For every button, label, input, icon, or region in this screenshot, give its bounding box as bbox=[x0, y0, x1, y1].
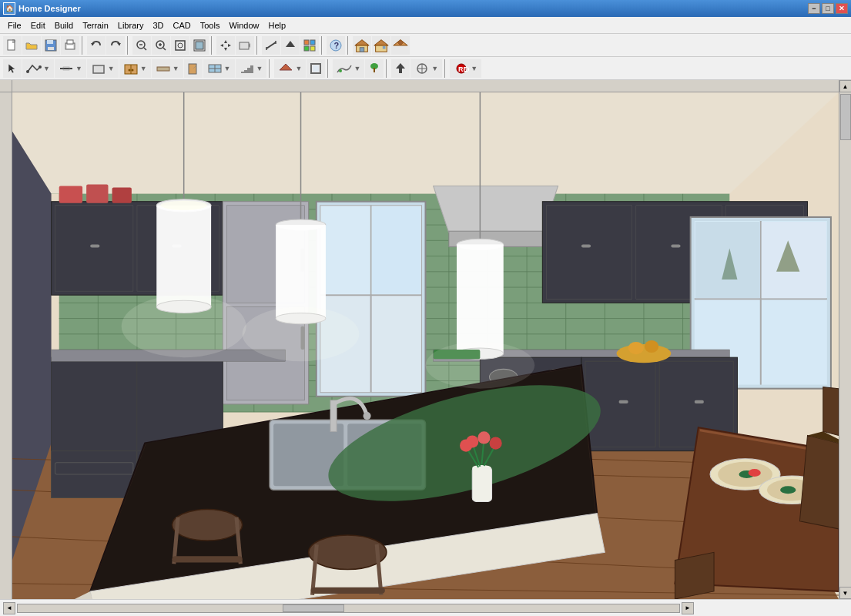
svg-point-52 bbox=[128, 69, 130, 71]
plant-tool[interactable] bbox=[365, 59, 384, 78]
sep2 bbox=[127, 36, 130, 55]
svg-point-173 bbox=[628, 342, 644, 354]
menu-build[interactable]: Build bbox=[50, 19, 78, 32]
svg-point-53 bbox=[131, 69, 133, 71]
close-button[interactable]: ✕ bbox=[836, 3, 848, 14]
draw-line-tool[interactable]: ▼ bbox=[55, 59, 86, 78]
svg-rect-19 bbox=[196, 42, 203, 49]
svg-rect-30 bbox=[304, 40, 309, 45]
menu-window[interactable]: Window bbox=[224, 19, 263, 32]
terrain-tool[interactable]: ▼ bbox=[333, 59, 364, 78]
menu-library[interactable]: Library bbox=[113, 19, 149, 32]
svg-marker-144 bbox=[434, 186, 558, 233]
svg-text:REC: REC bbox=[458, 65, 469, 73]
svg-marker-227 bbox=[823, 387, 839, 436]
select-camera-button[interactable] bbox=[236, 36, 254, 55]
scroll-h-track[interactable] bbox=[17, 604, 680, 613]
svg-rect-31 bbox=[310, 40, 315, 45]
stair-tool[interactable]: ▼ bbox=[236, 59, 267, 78]
draw-polyline-tool[interactable]: ▼ bbox=[22, 59, 54, 78]
up-arrow-button[interactable] bbox=[281, 36, 300, 55]
svg-rect-59 bbox=[241, 72, 244, 73]
zoom-in-button[interactable] bbox=[152, 36, 170, 55]
box-tool[interactable]: ▼ bbox=[87, 59, 119, 78]
svg-marker-109 bbox=[12, 92, 839, 194]
svg-rect-150 bbox=[581, 244, 591, 247]
app-icon: 🏠 bbox=[3, 2, 15, 15]
status-bar: ◄ ► bbox=[0, 599, 851, 616]
svg-rect-62 bbox=[250, 65, 253, 73]
scroll-right-button[interactable]: ► bbox=[682, 602, 694, 614]
transform-tool[interactable]: ▼ bbox=[410, 59, 442, 78]
house-3d-button[interactable] bbox=[372, 36, 390, 55]
undo-button[interactable] bbox=[87, 36, 106, 55]
minimize-button[interactable]: − bbox=[808, 3, 820, 14]
svg-point-17 bbox=[178, 43, 183, 48]
cabinet-tool[interactable]: ▼ bbox=[119, 59, 151, 78]
svg-marker-20 bbox=[224, 40, 227, 43]
svg-rect-6 bbox=[67, 45, 73, 49]
save-button[interactable] bbox=[42, 36, 60, 55]
record-button[interactable]: REC ▼ bbox=[450, 59, 481, 78]
sep5 bbox=[321, 36, 324, 55]
room-tool[interactable] bbox=[307, 59, 325, 78]
svg-line-11 bbox=[144, 48, 146, 50]
roof-tool[interactable]: ▼ bbox=[274, 59, 306, 78]
maximize-button[interactable]: □ bbox=[822, 3, 834, 14]
menu-cad[interactable]: CAD bbox=[168, 19, 195, 32]
wall-tool[interactable]: ▼ bbox=[152, 59, 183, 78]
svg-rect-198 bbox=[472, 467, 491, 502]
materials-button[interactable] bbox=[300, 36, 319, 55]
zoom-window-button[interactable] bbox=[171, 36, 189, 55]
svg-marker-228 bbox=[675, 552, 714, 599]
window-tool[interactable]: ▼ bbox=[203, 59, 235, 78]
open-button[interactable] bbox=[22, 36, 41, 55]
scroll-v-track[interactable] bbox=[839, 92, 851, 587]
menu-3d[interactable]: 3D bbox=[148, 19, 168, 32]
canvas-area[interactable] bbox=[12, 80, 839, 599]
house-top-button[interactable] bbox=[391, 36, 410, 55]
ruler-left bbox=[0, 80, 12, 599]
svg-point-199 bbox=[472, 465, 491, 471]
svg-marker-63 bbox=[280, 64, 292, 70]
toolbar-row-2: ▼ ▼ ▼ ▼ ▼ ▼ ▼ ▼ ▼ bbox=[0, 57, 851, 80]
svg-point-46 bbox=[39, 65, 42, 69]
zoom-fit-button[interactable] bbox=[190, 36, 209, 55]
sep8 bbox=[327, 59, 330, 78]
redo-button[interactable] bbox=[106, 36, 125, 55]
house-side-button[interactable] bbox=[353, 36, 371, 55]
arrow-up-tool[interactable] bbox=[391, 59, 410, 78]
scroll-h-thumb[interactable] bbox=[283, 604, 344, 612]
menu-file[interactable]: File bbox=[3, 19, 26, 32]
svg-rect-215 bbox=[311, 588, 385, 594]
menu-tools[interactable]: Tools bbox=[196, 19, 225, 32]
svg-point-212 bbox=[309, 535, 387, 570]
select-tool[interactable] bbox=[3, 59, 22, 78]
svg-point-174 bbox=[645, 340, 658, 353]
scroll-up-button[interactable]: ▲ bbox=[839, 80, 852, 92]
menu-help[interactable]: Help bbox=[264, 19, 291, 32]
menu-terrain[interactable]: Terrain bbox=[78, 19, 113, 32]
scroll-down-button[interactable]: ▼ bbox=[839, 587, 852, 599]
sep10 bbox=[444, 59, 447, 78]
svg-rect-61 bbox=[247, 68, 250, 73]
svg-rect-16 bbox=[176, 41, 185, 50]
help-button[interactable]: ? bbox=[327, 36, 345, 55]
menu-edit[interactable]: Edit bbox=[26, 19, 50, 32]
kitchen-3d-view[interactable] bbox=[12, 92, 839, 599]
svg-rect-177 bbox=[156, 206, 211, 307]
door-tool[interactable] bbox=[184, 59, 203, 78]
svg-rect-70 bbox=[399, 69, 402, 73]
sep7 bbox=[269, 59, 272, 78]
print-button[interactable] bbox=[61, 36, 79, 55]
measure-button[interactable] bbox=[262, 36, 280, 55]
scrollbar-horizontal[interactable]: ◄ ► bbox=[3, 602, 694, 614]
pan-button[interactable] bbox=[216, 36, 235, 55]
new-button[interactable] bbox=[3, 36, 22, 55]
svg-rect-151 bbox=[671, 244, 680, 247]
main-area: ▲ ▼ bbox=[0, 80, 851, 599]
scrollbar-vertical[interactable]: ▲ ▼ bbox=[839, 80, 851, 599]
zoom-out-button[interactable] bbox=[132, 36, 151, 55]
scroll-left-button[interactable]: ◄ bbox=[3, 602, 15, 614]
scroll-v-thumb[interactable] bbox=[840, 94, 851, 140]
